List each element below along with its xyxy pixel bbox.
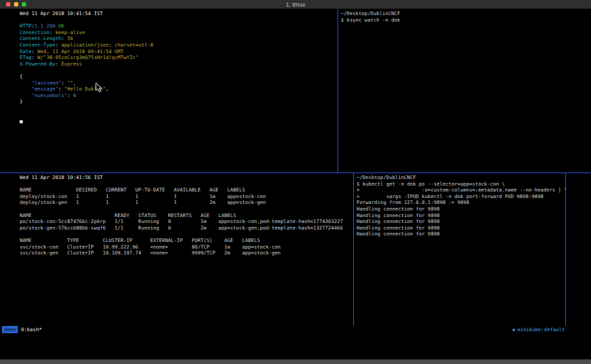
pane-ksync-watch[interactable]: ~/Desktop/DublinCNCF$ ksync watch -n dok [338,9,591,172]
tmux-terminal: Wed 11 Apr 2018 10:41:54 ISTHTTP/1.1 200… [0,9,591,326]
tmux-status-bar: demo 0:bash* ◆ minikube:default [0,326,591,333]
text-run: Handling connection for 9898 [357,206,439,212]
terminal-line: "lastseen": "", [20,80,338,87]
text-run: : [55,61,61,67]
window-name-tab[interactable]: 0:bash* [21,326,42,333]
status-right: ◆ minikube:default [512,326,565,333]
text-run: } [20,98,23,104]
terminal-line: po/stock-gen-576cc688bb-swqf6 1/1 Runnin… [20,225,353,232]
text-run: , [106,86,109,92]
text-run: 1.1 200 [35,23,56,29]
terminal-line: "numsymbols": 4 [20,92,338,99]
text-run: Handling connection for 9898 [357,231,439,237]
text-run: : [61,35,67,41]
text-run: W/"38-05coCsrg3mQ75sHr1d/qcMTwYZc" [37,54,139,60]
text-run: "lastseen" [20,80,61,86]
terminal-line [20,17,338,24]
pane-divider-vertical-bottom[interactable] [353,173,354,326]
pane-divider-horizontal[interactable] [0,172,591,173]
text-run: Express [61,61,82,67]
session-name-badge[interactable]: demo [2,326,18,333]
terminal-line: deploy/stock-con 1 1 1 1 1m app=stock-co… [20,193,353,200]
window-title: 1. tmux [0,1,591,8]
text-run: po/stock-con-5cc874766c-2p6rp 1/1 Runnin… [20,218,343,224]
text-run: $ kubectl get -n dok po --selector=app=s… [357,181,505,187]
terminal-line: Wed 11 Apr 2018 10:41:56 IST [20,174,353,181]
text-run: > -o=custom-columns=:metadata.name --no-… [357,187,565,193]
text-run: 56 [67,35,73,41]
text-run: { [20,73,23,79]
text-run: application/json; charset=utf-8 [61,42,153,48]
terminal-line: Content-Type: application/json; charset=… [20,42,338,49]
zoom-button[interactable] [22,2,26,7]
pane-divider-vertical-top[interactable] [338,9,338,172]
pane-divider-vertical-right[interactable] [565,173,566,326]
text-run: Wed 11 Apr 2018 10:41:56 IST [20,174,102,180]
text-run: Handling connection for 9898 [357,218,439,224]
text-run: NAME DESIRED CURRENT UP-TO-DATE AVAILABL… [20,187,245,193]
terminal-line [20,105,338,111]
text-run: : [49,30,55,35]
text-run: : [61,80,67,86]
mouse-cursor-icon [95,83,103,93]
terminal-line: X-Powered-By: Express [20,61,338,68]
text-run: X-Powered-By [20,61,55,67]
terminal-line: $ ksync watch -n dok [341,17,591,24]
terminal-line [20,206,353,212]
text-run: po/stock-gen-576cc688bb-swqf6 1/1 Runnin… [20,225,343,231]
terminal-line: deploy/stock-gen 1 1 1 1 2m app=stock-ge… [20,199,353,206]
terminal-line: Handling connection for 9898 [357,206,565,212]
terminal-line: > xargs -IPOD kubectl -n dok port-forwar… [357,193,565,200]
terminal-line: po/stock-con-5cc874766c-2p6rp 1/1 Runnin… [20,218,353,225]
text-run: Forwarding from 127.0.0.1:9898 -> 9898 [357,199,470,205]
terminal-line: NAME DESIRED CURRENT UP-TO-DATE AVAILABL… [20,187,353,193]
close-button[interactable] [6,2,11,7]
window-titlebar: 1. tmux [0,0,591,9]
text-run: "numsymbols" [20,92,67,98]
desktop-background-strip [0,359,591,364]
terminal-window: 1. tmux Wed 11 Apr 2018 10:41:54 ISTHTTP… [0,0,591,333]
text-run: deploy/stock-con 1 1 1 1 1m app=stock-co… [20,193,266,199]
terminal-line [20,231,353,237]
terminal-line: Content-Length: 56 [20,35,338,42]
terminal-line: Handling connection for 9898 [357,231,565,237]
text-run: Wed 11 Apr 2018 10:41:54 IST [20,10,102,16]
text-run: ~/Desktop/DublinCNCF [357,174,416,180]
terminal-line: HTTP/1.1 200 OK [20,23,338,30]
text-run: ~/Desktop/DublinCNCF [341,10,400,16]
text-run: NAME TYPE CLUSTER-IP EXTERNAL-IP PORT(S)… [20,237,260,243]
terminal-line: > -o=custom-columns=:metadata.name --no-… [357,187,565,193]
text-run: Content-Length [20,35,61,41]
text-run: ETag [20,54,32,60]
pane-port-forward[interactable]: ~/Desktop/DublinCNCF$ kubectl get -n dok… [354,173,565,326]
terminal-line [20,67,338,73]
text-run: $ ksync watch -n dok [341,17,400,23]
terminal-line: } [20,98,338,105]
text-run: HTTP/ [20,23,35,29]
text-run: : [67,92,73,98]
text-run: NAME READY STATUS RESTARTS AGE LABELS [20,212,236,218]
minimize-button[interactable] [14,2,18,7]
terminal-line: "message": "Hello Dublin", [20,86,338,92]
text-run: Wed, 11 Apr 2018 09:41:54 GMT [37,49,123,54]
traffic-lights [6,2,26,7]
terminal-line: $ kubectl get -n dok po --selector=app=s… [357,181,565,188]
text-run: : [55,42,61,48]
terminal-line: Handling connection for 9898 [357,212,565,219]
text-run: "message" [20,86,58,92]
terminal-line: ~/Desktop/DublinCNCF [357,174,565,181]
terminal-line: Handling connection for 9898 [357,218,565,225]
terminal-line: NAME READY STATUS RESTARTS AGE LABELS [20,212,353,219]
text-run: ▄ [20,117,23,123]
text-run: "" [67,80,73,86]
pane-http-response[interactable]: Wed 11 Apr 2018 10:41:54 ISTHTTP/1.1 200… [0,9,338,172]
terminal-line: Handling connection for 9898 [357,225,565,232]
terminal-line: ~/Desktop/DublinCNCF [341,10,591,17]
terminal-line: Wed 11 Apr 2018 10:41:54 IST [20,10,338,17]
terminal-line: svc/stock-gen ClusterIP 10.109.197.74 <n… [20,250,353,256]
terminal-line [20,111,338,118]
terminal-line: NAME TYPE CLUSTER-IP EXTERNAL-IP PORT(S)… [20,237,353,244]
text-run: 4 [73,92,76,98]
text-run: Content-Type [20,42,55,48]
pane-kubectl-resources[interactable]: Wed 11 Apr 2018 10:41:56 ISTNAME DESIRED… [0,173,353,326]
